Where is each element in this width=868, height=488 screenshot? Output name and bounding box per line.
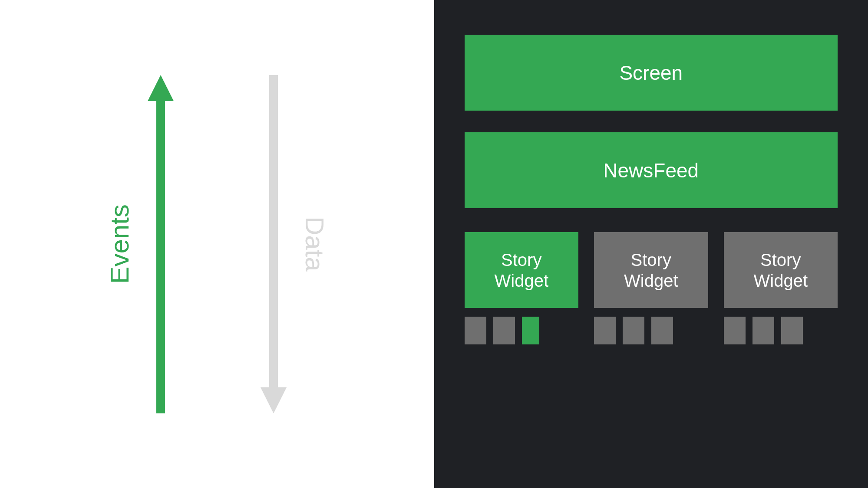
small-boxes-row — [594, 317, 708, 344]
small-box — [752, 317, 774, 344]
widget-label-line2: Widget — [624, 270, 678, 291]
widget-group-0: Story Widget — [465, 232, 579, 344]
screen-box: Screen — [465, 35, 838, 111]
events-label: Events — [105, 204, 135, 284]
small-box-active — [522, 317, 539, 344]
widget-label-line1: Story — [760, 249, 801, 270]
svg-marker-0 — [148, 75, 174, 413]
small-boxes-row — [465, 317, 579, 344]
small-box — [623, 317, 644, 344]
small-boxes-row — [724, 317, 838, 344]
small-box — [594, 317, 616, 344]
widget-group-1: Story Widget — [594, 232, 708, 344]
small-box — [493, 317, 515, 344]
small-box — [465, 317, 486, 344]
story-widget-box: Story Widget — [465, 232, 579, 308]
widget-group-2: Story Widget — [724, 232, 838, 344]
widget-label-line1: Story — [631, 249, 671, 270]
small-box — [724, 317, 746, 344]
small-box — [651, 317, 673, 344]
up-arrow-icon — [148, 75, 174, 413]
story-widget-box: Story Widget — [594, 232, 708, 308]
story-widget-box: Story Widget — [724, 232, 838, 308]
widget-label-line2: Widget — [754, 270, 808, 291]
data-label: Data — [300, 216, 330, 272]
widgets-row: Story Widget Story Widget Story — [465, 232, 838, 344]
events-arrow-group: Events — [105, 75, 174, 413]
right-hierarchy-panel: Screen NewsFeed Story Widget Story Widge… — [434, 0, 868, 488]
data-arrow-group: Data — [261, 75, 330, 413]
small-box — [781, 317, 803, 344]
down-arrow-icon — [261, 75, 287, 413]
newsfeed-box: NewsFeed — [465, 132, 838, 208]
widget-label-line2: Widget — [495, 270, 549, 291]
widget-label-line1: Story — [501, 249, 541, 270]
svg-marker-1 — [261, 75, 287, 413]
left-arrows-panel: Events Data — [0, 0, 434, 488]
